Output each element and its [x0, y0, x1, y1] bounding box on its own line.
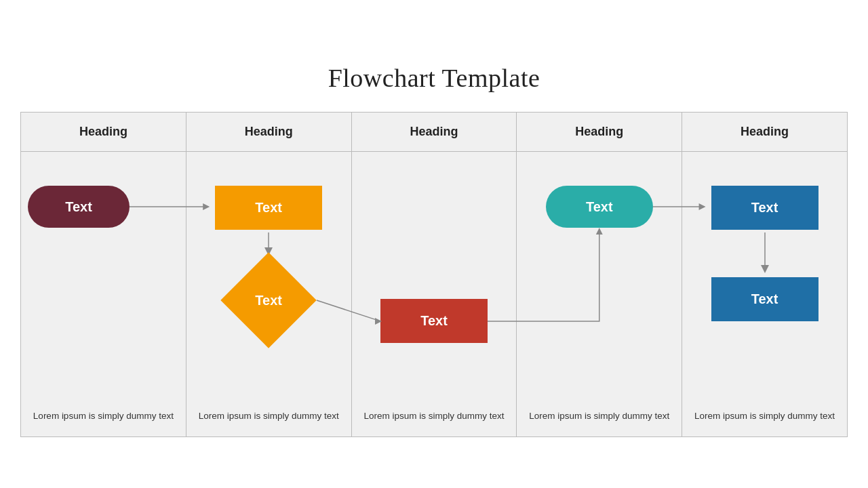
- header-col-1: Heading: [21, 113, 186, 151]
- col5-rect-bottom: Text: [711, 277, 818, 321]
- header-col-4: Heading: [517, 113, 682, 151]
- body-col-1: Text Lorem ipsum is simply dummy text: [21, 152, 186, 436]
- col4-description: Lorem ipsum is simply dummy text: [529, 409, 669, 423]
- col5-shapes-area: Text Text: [689, 172, 840, 403]
- body-col-3: Text Lorem ipsum is simply dummy text: [352, 152, 517, 436]
- header-col-3: Heading: [352, 113, 517, 151]
- col1-shapes-area: Text: [28, 172, 179, 403]
- header-col-5: Heading: [682, 113, 847, 151]
- header-row: Heading Heading Heading Heading Heading: [21, 113, 847, 152]
- col2-description: Lorem ipsum is simply dummy text: [199, 409, 339, 423]
- body-col-2: Text Text: [186, 152, 352, 436]
- flowchart-container: Heading Heading Heading Heading Heading …: [20, 112, 848, 437]
- col3-shapes-area: Text: [359, 172, 510, 403]
- col5-rect-top: Text: [711, 186, 818, 230]
- col5-description: Lorem ipsum is simply dummy text: [694, 409, 835, 423]
- svg-marker-3: [761, 265, 769, 273]
- col2-diamond-wrapper: Text: [228, 260, 309, 341]
- body-col-4: Text Lorem ipsum is simply dummy text: [517, 152, 682, 436]
- col1-ellipse: Text: [28, 186, 130, 228]
- header-col-2: Heading: [186, 113, 352, 151]
- col2-layout: Text Text: [193, 172, 344, 341]
- col5-arrow-down: [758, 232, 772, 274]
- col3-rect: Text: [380, 299, 488, 343]
- col4-shapes-area: Text: [524, 172, 675, 403]
- col5-arrow-down-svg: [758, 232, 772, 274]
- col2-rect: Text: [215, 186, 322, 230]
- col2-shapes-area: Text Text: [193, 172, 344, 403]
- body-row: Text Lorem ipsum is simply dummy text Te…: [21, 152, 847, 436]
- col1-description: Lorem ipsum is simply dummy text: [33, 409, 174, 423]
- col4-ellipse: Text: [546, 186, 653, 228]
- col5-layout: Text Text: [689, 172, 840, 321]
- page-title: Flowchart Template: [328, 63, 540, 93]
- body-col-5: Text Text Lorem ipsum is simply: [682, 152, 847, 436]
- col2-diamond-text: Text: [255, 293, 282, 308]
- col3-description: Lorem ipsum is simply dummy text: [363, 409, 504, 423]
